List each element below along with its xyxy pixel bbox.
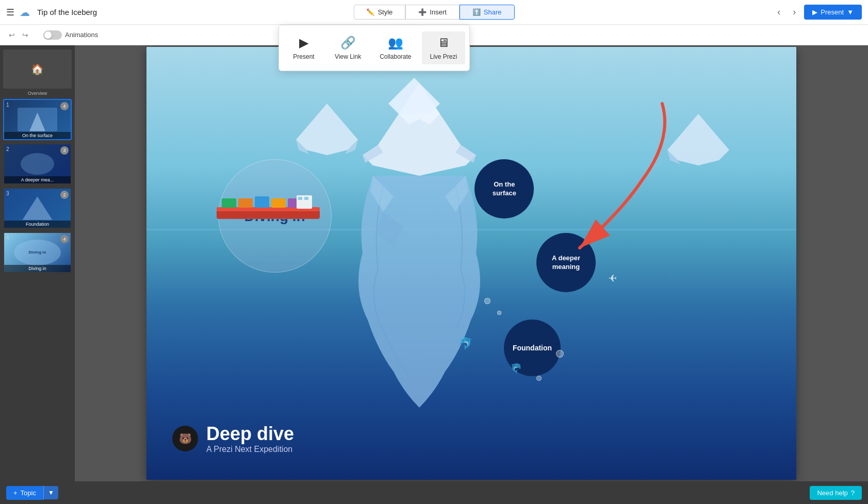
top-bar-left: ☰ ☁ Tip of the Iceberg [6,6,97,19]
hamburger-icon[interactable]: ☰ [6,7,14,18]
share-liveprezi-icon: 🖥 [437,36,450,50]
redo-button[interactable]: ↪ [20,29,31,41]
present-button[interactable]: ▶ Present ▼ [804,5,862,20]
share-present-item[interactable]: ▶ Present [283,31,324,64]
present-dropdown-icon: ▼ [847,8,854,16]
slide-2-label: A deeper mea... [4,176,71,183]
slide-thumb-3[interactable]: 3 2 Foundation [3,188,72,229]
doc-title: Tip of the Iceberg [37,8,97,16]
add-topic-group: + Topic ▼ [6,486,58,500]
undo-button[interactable]: ↩ [6,29,18,41]
slide-1-label: On the surface [4,132,71,139]
slide-2-badge: 3 [60,146,69,155]
deep-dive-subtitle: A Prezi Next Expedition [206,445,294,454]
style-icon: ✏️ [366,8,374,16]
share-tab[interactable]: ⬆️ Share [460,5,515,20]
animations-switch[interactable] [43,30,62,40]
svg-rect-22 [255,196,269,208]
main-area: 🏠 Overview 1 4 On the surface 2 3 A deep… [0,45,868,481]
add-topic-button[interactable]: + Topic [6,486,43,500]
slide-4-label: Diving in [4,265,71,272]
svg-marker-13 [296,104,358,155]
circle-deeper-meaning[interactable]: A deeper meaning [536,233,596,292]
svg-rect-23 [271,198,286,208]
whale-icon: 🐬 [458,337,472,350]
insert-icon: ➕ [418,8,427,16]
top-bar: ☰ ☁ Tip of the Iceberg ✏️ Style ➕ Insert… [0,0,868,25]
deep-dive-title: Deep dive [206,423,294,445]
share-icon: ⬆️ [472,8,481,16]
cloud-icon: ☁ [20,6,30,19]
home-thumb[interactable]: 🏠 [3,49,72,89]
svg-rect-21 [238,198,253,208]
need-help-button[interactable]: Need help ? [810,486,862,500]
home-icon: 🏠 [31,63,44,75]
slide-canvas[interactable]: Diving in [146,47,796,480]
svg-marker-8 [388,78,440,114]
share-present-icon: ▶ [299,36,308,50]
topic-dropdown-button[interactable]: ▼ [43,486,58,499]
slide-3-label: Foundation [4,221,71,228]
bubble-3 [556,350,564,358]
overview-thumb-label: Overview [3,91,72,96]
ship [211,194,325,225]
next-arrow[interactable]: › [789,5,800,20]
share-viewlink-item[interactable]: 🔗 View Link [326,31,369,64]
slide-3-badge: 2 [60,191,69,199]
plus-icon: + [13,489,18,497]
prev-arrow[interactable]: ‹ [773,5,784,20]
slide-thumb-2[interactable]: 2 3 A deeper mea... [3,143,72,184]
svg-rect-26 [298,197,302,200]
slide-4-badge: 4 [60,235,69,243]
share-liveprezi-item[interactable]: 🖥 Live Prezi [422,31,466,64]
undo-redo-controls: ↩ ↪ [6,29,31,41]
help-icon: ? [851,489,855,497]
tab-bar: ✏️ Style ➕ Insert ⬆️ Share [353,5,514,20]
slide-thumb-4[interactable]: Diving in 4 4 Diving in [3,232,72,273]
present-play-icon: ▶ [812,8,817,16]
deep-dive-area: 🐻 Deep dive A Prezi Next Expedition [172,423,294,454]
share-link-icon: 🔗 [340,36,356,50]
svg-marker-16 [667,114,729,165]
fish-icon: ✈ [608,272,617,284]
deep-dive-text: Deep dive A Prezi Next Expedition [206,423,294,454]
share-collaborate-item[interactable]: 👥 Collaborate [371,31,419,64]
icebear-logo: 🐻 [172,426,198,451]
share-collaborate-icon: 👥 [388,36,403,50]
bg-iceberg-right [652,109,745,193]
style-tab[interactable]: ✏️ Style [353,5,405,20]
svg-rect-27 [304,197,308,200]
whale-icon-2: 🐬 [511,363,522,374]
canvas-area: Diving in [75,45,868,481]
circle-on-the-surface[interactable]: On the surface [474,159,534,219]
slide-4-num: 4 [6,235,9,241]
bottom-bar: + Topic ▼ Need help ? [0,481,868,504]
slide-3-num: 3 [6,191,9,196]
svg-rect-20 [222,198,236,208]
slide-thumb-1[interactable]: 1 4 On the surface [3,99,72,140]
sidebar: 🏠 Overview 1 4 On the surface 2 3 A deep… [0,45,75,481]
share-dropdown: ▶ Present 🔗 View Link 👥 Collaborate 🖥 Li… [279,25,470,71]
slide-1-badge: 4 [60,102,69,110]
slide-1-num: 1 [6,102,9,108]
top-bar-right: ‹ › ▶ Present ▼ [773,5,862,20]
insert-tab[interactable]: ➕ Insert [405,5,460,20]
slide-2-num: 2 [6,146,9,152]
animations-toggle[interactable]: Animations [43,30,98,40]
toggle-knob [44,31,52,39]
